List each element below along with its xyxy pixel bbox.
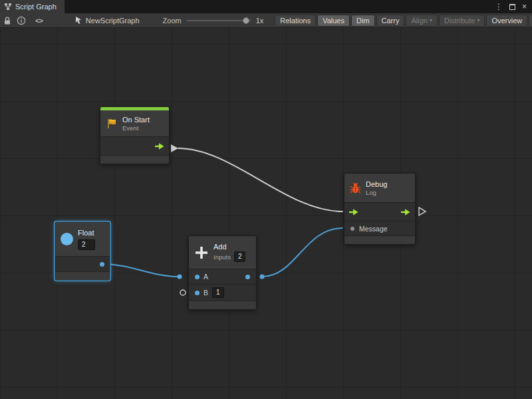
plus-icon (194, 245, 209, 260)
value-output-row (55, 256, 110, 271)
node-footer (100, 155, 169, 164)
add-sum-output-port[interactable] (245, 275, 250, 279)
menu-icon[interactable]: ⋮ (495, 0, 503, 13)
message-port-row: Message (344, 221, 415, 235)
wires-layer (0, 28, 532, 399)
flow-output-triangle[interactable] (171, 144, 178, 152)
zoom-slider[interactable] (187, 17, 251, 25)
float-value-field[interactable]: 2 (78, 239, 95, 250)
flow-output-port-icon[interactable] (400, 208, 411, 216)
fullscreen-button[interactable]: Full S (529, 15, 532, 27)
zoom-slider-track[interactable] (187, 20, 251, 21)
add-a-input-port[interactable] (195, 275, 200, 279)
node-on-start[interactable]: On Start Event (100, 106, 170, 164)
log-flow-output-hollow-triangle[interactable] (419, 207, 426, 215)
flow-output-row (100, 136, 169, 155)
bug-icon (350, 182, 361, 194)
align-button[interactable]: Align ▾ (406, 15, 437, 27)
title-bar: Script Graph ⋮ × (0, 0, 532, 13)
maximize-icon[interactable] (509, 4, 515, 10)
port-row-a: A (189, 269, 256, 284)
flow-input-port-icon[interactable] (348, 208, 359, 216)
code-icon[interactable]: <> (35, 15, 43, 27)
message-port-label: Message (359, 225, 388, 233)
node-header[interactable]: Add Inputs 2 (189, 236, 256, 269)
zoom-value: 1x (256, 17, 264, 25)
zoom-control: Zoom 1x (163, 17, 264, 25)
node-header[interactable]: On Start Event (100, 110, 169, 136)
zoom-slider-handle[interactable] (243, 17, 249, 24)
node-title: On Start (122, 116, 150, 124)
node-header[interactable]: Float 2 (55, 222, 110, 256)
message-input-port[interactable] (350, 227, 354, 231)
graph-canvas[interactable]: On Start Event (0, 28, 532, 399)
toolbar: <> NewScriptGraph Zoom 1x Relations Valu… (0, 13, 532, 28)
script-graph-window: Script Graph ⋮ × <> (0, 0, 532, 399)
node-debug-log[interactable]: Debug Log Message (344, 173, 416, 245)
node-title: Add (213, 243, 245, 251)
chevron-down-icon: ▾ (477, 18, 479, 23)
node-title: Debug (366, 180, 387, 189)
node-footer (344, 235, 415, 244)
add-input-count-field[interactable]: 2 (234, 251, 246, 262)
relations-button[interactable]: Relations (275, 15, 316, 27)
toolbar-buttons: Relations Values Dim Carry Align ▾ Distr… (275, 15, 532, 27)
wire-value-add-to-log-message[interactable] (262, 228, 342, 277)
node-subtitle: Event (122, 124, 150, 132)
carry-button[interactable]: Carry (376, 15, 405, 27)
close-icon[interactable]: × (522, 0, 527, 13)
distribute-button[interactable]: Distribute ▾ (439, 15, 485, 27)
info-icon[interactable] (17, 15, 26, 27)
node-float-selected[interactable]: Float 2 (55, 221, 110, 281)
node-subtitle: Inputs (213, 253, 231, 261)
graph-name-group[interactable]: NewScriptGraph (74, 16, 140, 25)
flow-output-port-icon[interactable] (154, 142, 165, 150)
tab-script-graph[interactable]: Script Graph (0, 0, 65, 13)
wire-flow-onstart-to-log[interactable] (178, 148, 342, 211)
add-a-wire-endpoint[interactable] (178, 275, 182, 279)
node-add[interactable]: Add Inputs 2 A B 1 (188, 235, 257, 310)
graph-name: NewScriptGraph (86, 17, 140, 25)
chevron-down-icon: ▾ (430, 18, 432, 23)
values-button[interactable]: Values (317, 15, 350, 27)
wire-value-float-to-add-a[interactable] (102, 264, 180, 277)
node-header[interactable]: Debug Log (344, 174, 415, 202)
add-b-value-field[interactable]: 1 (212, 287, 224, 298)
node-title: Float (78, 229, 95, 237)
node-subtitle: Log (366, 189, 387, 196)
port-a-label: A (203, 273, 208, 281)
zoom-label: Zoom (163, 17, 182, 25)
script-graph-asset-icon (74, 16, 82, 25)
port-b-label: B (203, 289, 208, 297)
float-output-port[interactable] (100, 262, 104, 267)
node-footer (55, 271, 110, 280)
tab-title: Script Graph (15, 3, 57, 11)
add-b-input-port[interactable] (195, 291, 200, 295)
dim-button[interactable]: Dim (351, 15, 375, 27)
node-footer (189, 301, 256, 309)
graph-tab-icon (4, 3, 12, 11)
overview-button[interactable]: Overview (486, 15, 527, 27)
window-controls: ⋮ × (495, 0, 532, 13)
lock-icon[interactable] (3, 15, 12, 27)
port-row-b: B 1 (189, 284, 256, 301)
flag-icon (106, 118, 118, 130)
float-type-icon (61, 233, 73, 245)
flow-ports-row (344, 202, 415, 221)
add-b-unconnected-port[interactable] (180, 290, 186, 295)
